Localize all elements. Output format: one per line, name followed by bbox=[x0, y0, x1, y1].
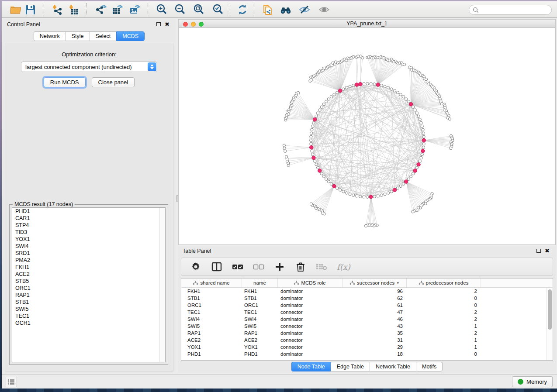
deselect-all-icon[interactable] bbox=[253, 261, 264, 272]
zoom-out-icon[interactable] bbox=[174, 3, 186, 16]
graph-node[interactable] bbox=[322, 175, 325, 178]
graph-node[interactable] bbox=[342, 88, 345, 90]
column-layout-icon[interactable] bbox=[211, 261, 222, 272]
cell-mcds_role[interactable]: connector bbox=[278, 323, 343, 330]
mcds-result-item[interactable]: PHD1 bbox=[12, 208, 165, 215]
network-canvas[interactable] bbox=[179, 28, 555, 244]
zoom-in-icon[interactable] bbox=[156, 3, 168, 16]
memory-button[interactable]: Memory bbox=[512, 376, 553, 387]
graph-node[interactable] bbox=[405, 98, 407, 100]
graph-node[interactable] bbox=[390, 190, 393, 193]
mcds-result-item[interactable]: TID3 bbox=[12, 229, 165, 236]
cell-successor_nodes[interactable]: 46 bbox=[343, 316, 407, 323]
table-row[interactable]: ACE2ACE2connector311 bbox=[181, 337, 553, 344]
graph-node[interactable] bbox=[327, 98, 330, 100]
graph-node[interactable] bbox=[380, 194, 383, 196]
cell-predecessor_nodes[interactable]: 2 bbox=[407, 309, 481, 316]
graph-node[interactable] bbox=[310, 132, 312, 134]
graph-node[interactable] bbox=[393, 89, 396, 92]
graph-node[interactable] bbox=[330, 182, 332, 185]
graph-node[interactable] bbox=[420, 121, 422, 124]
cell-shared_name[interactable]: ORC1 bbox=[181, 302, 242, 309]
cell-successor_nodes[interactable]: 31 bbox=[343, 337, 407, 344]
cell-name[interactable]: PHD1 bbox=[242, 351, 278, 358]
cell-shared_name[interactable]: FKH1 bbox=[181, 288, 242, 295]
graph-node[interactable] bbox=[422, 135, 425, 138]
graph-node[interactable] bbox=[320, 172, 323, 175]
graph-node[interactable] bbox=[422, 128, 424, 131]
graph-node[interactable] bbox=[407, 100, 410, 103]
graph-node[interactable] bbox=[403, 63, 405, 66]
graph-hub-node[interactable] bbox=[332, 184, 336, 188]
graph-node[interactable] bbox=[349, 85, 351, 88]
graph-node[interactable] bbox=[370, 83, 372, 85]
graph-node[interactable] bbox=[399, 93, 402, 96]
graph-node[interactable] bbox=[339, 189, 341, 191]
graph-node[interactable] bbox=[318, 109, 321, 111]
graph-node[interactable] bbox=[311, 150, 313, 152]
mcds-result-item[interactable]: SWI5 bbox=[12, 306, 165, 313]
mcds-result-list[interactable]: PHD1CAR1STP4TID3YOX1SWI4SRD1PMA2FKH1ACE2… bbox=[12, 207, 166, 362]
graph-node[interactable] bbox=[414, 109, 416, 111]
mcds-result-item[interactable]: STB1 bbox=[12, 299, 165, 306]
mcds-result-item[interactable]: SWI4 bbox=[12, 243, 165, 250]
graph-hub-node[interactable] bbox=[417, 163, 420, 166]
graph-node[interactable] bbox=[415, 166, 418, 169]
export-table-icon[interactable] bbox=[111, 3, 123, 16]
optimization-criterion-select[interactable]: largest connected component (undirected) bbox=[21, 62, 157, 72]
show-all-icon[interactable] bbox=[318, 3, 330, 16]
mcds-list-scrollbar[interactable] bbox=[159, 208, 165, 362]
mcds-result-item[interactable]: ACE2 bbox=[12, 271, 165, 278]
graph-node[interactable] bbox=[309, 139, 312, 141]
graph-hub-node[interactable] bbox=[393, 188, 396, 192]
cell-shared_name[interactable]: PHD1 bbox=[181, 351, 242, 358]
table-row[interactable]: TEC1TEC1connector472 bbox=[181, 309, 553, 316]
mcds-result-item[interactable]: YOX1 bbox=[12, 236, 165, 243]
hide-selected-icon[interactable] bbox=[298, 3, 311, 16]
cell-name[interactable]: FKH1 bbox=[242, 288, 278, 295]
mcds-result-item[interactable]: PMA2 bbox=[12, 257, 165, 264]
graph-node[interactable] bbox=[316, 112, 319, 114]
graph-node[interactable] bbox=[373, 83, 376, 86]
graph-node[interactable] bbox=[315, 115, 318, 117]
cell-predecessor_nodes[interactable]: 1 bbox=[407, 344, 481, 351]
import-network-icon[interactable] bbox=[51, 3, 63, 16]
graph-node[interactable] bbox=[421, 153, 423, 156]
graph-node[interactable] bbox=[366, 83, 369, 85]
graph-node[interactable] bbox=[407, 178, 410, 180]
cell-mcds_role[interactable]: dominator bbox=[278, 330, 343, 337]
graph-node[interactable] bbox=[387, 86, 389, 89]
save-session-icon[interactable] bbox=[24, 3, 36, 16]
graph-node[interactable] bbox=[297, 91, 300, 94]
first-neighbors-icon[interactable] bbox=[280, 3, 292, 16]
graph-node[interactable] bbox=[349, 193, 351, 196]
graph-node[interactable] bbox=[412, 172, 414, 175]
mcds-result-item[interactable]: STB5 bbox=[12, 278, 165, 285]
graph-node[interactable] bbox=[345, 86, 348, 89]
graph-node[interactable] bbox=[316, 166, 319, 169]
graph-node[interactable] bbox=[321, 212, 324, 214]
graph-hub-node[interactable] bbox=[338, 89, 342, 93]
add-column-icon[interactable] bbox=[274, 261, 285, 272]
refresh-icon[interactable] bbox=[236, 3, 249, 16]
graph-node[interactable] bbox=[310, 142, 312, 145]
tab-node-table[interactable]: Node Table bbox=[291, 362, 331, 371]
cell-predecessor_nodes[interactable]: 0 bbox=[407, 295, 481, 302]
graph-node[interactable] bbox=[315, 163, 318, 166]
graph-hub-node[interactable] bbox=[376, 83, 380, 86]
mcds-result-item[interactable]: CAR1 bbox=[12, 215, 165, 222]
graph-node[interactable] bbox=[333, 93, 336, 96]
close-panel-icon[interactable]: ✖ bbox=[545, 249, 550, 253]
graph-node[interactable] bbox=[419, 160, 421, 162]
cell-successor_nodes[interactable]: 35 bbox=[343, 330, 407, 337]
cell-name[interactable]: STB1 bbox=[242, 295, 278, 302]
table-row[interactable]: ORC1ORC1dominator610 bbox=[181, 302, 553, 309]
graph-node[interactable] bbox=[396, 91, 399, 94]
select-all-icon[interactable] bbox=[232, 261, 243, 272]
graph-node[interactable] bbox=[396, 187, 399, 189]
graph-node[interactable] bbox=[419, 118, 421, 121]
cell-predecessor_nodes[interactable]: 0 bbox=[407, 302, 481, 309]
cell-predecessor_nodes[interactable]: 1 bbox=[407, 323, 481, 330]
cell-name[interactable]: YOX1 bbox=[242, 344, 278, 351]
graph-node[interactable] bbox=[402, 95, 405, 98]
